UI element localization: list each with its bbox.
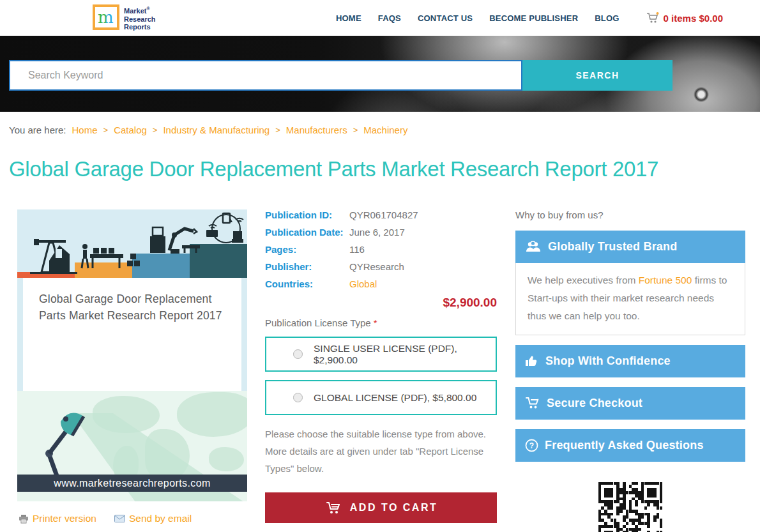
email-icon (114, 515, 125, 522)
hero-banner: SEARCH (0, 36, 760, 112)
detail-row-pages: Pages: 116 (265, 244, 497, 255)
breadcrumb-prefix: You are here: (9, 125, 66, 135)
price: $2,900.00 (265, 296, 497, 310)
nav-home[interactable]: HOME (336, 13, 361, 23)
cover-title-band: Global Garage Door Replacement Parts Mar… (17, 278, 247, 391)
add-to-cart-cart-icon (324, 500, 342, 515)
purchase-column: Publication ID: QYR061704827 Publication… (265, 209, 497, 523)
publication-id-value: QYR061704827 (349, 209, 418, 220)
faq-title: Frequently Asked Questions (545, 439, 704, 452)
cover-title-line2: Parts Market Research Report 2017 (39, 307, 241, 324)
top-bar: m Market® Research Reports HOME FAQS CON… (0, 0, 760, 36)
license-option-single-user[interactable]: SINGLE USER LICENSE (PDF), $2,900.00 (265, 337, 497, 372)
header-cart[interactable]: 0 items $0.00 (646, 11, 723, 24)
printer-icon (19, 514, 29, 524)
cart-icon (646, 11, 660, 24)
question-circle-icon: ? (525, 439, 538, 452)
publication-date-value: June 6, 2017 (349, 227, 405, 238)
search-bar: SEARCH (9, 60, 673, 91)
site-logo[interactable]: m Market® Research Reports (93, 4, 156, 31)
detail-label: Publisher: (265, 261, 349, 272)
detail-label: Countries: (265, 278, 349, 289)
license-option-global[interactable]: GLOBAL LICENSE (PDF), $5,800.00 (265, 380, 497, 415)
page-title: Global Garage Door Replacement Parts Mar… (9, 157, 751, 181)
breadcrumb: You are here: Home > Catalog > Industry … (9, 125, 760, 135)
why-buy-sidebar: Why to buy from us? Globally Trusted Bra… (515, 209, 745, 532)
license-option-label: SINGLE USER LICENSE (PDF), $2,900.00 (314, 343, 496, 366)
nav-faqs[interactable]: FAQS (378, 13, 401, 23)
breadcrumb-separator: > (353, 125, 358, 135)
product-cover-image[interactable]: Global Garage Door Replacement Parts Mar… (17, 209, 247, 501)
main-nav: HOME FAQS CONTACT US BECOME PUBLISHER BL… (336, 13, 619, 23)
faq-box[interactable]: ? Frequently Asked Questions (515, 429, 745, 462)
users-icon (525, 241, 542, 254)
detail-label: Publication ID: (265, 209, 349, 220)
countries-value-link[interactable]: Global (349, 278, 377, 289)
detail-label: Pages: (265, 244, 349, 255)
cover-title-line1: Global Garage Door Replacement (39, 291, 241, 307)
printer-version-link[interactable]: Printer version (19, 513, 96, 524)
breadcrumb-manufacturers[interactable]: Manufacturers (286, 125, 347, 135)
breadcrumb-separator: > (153, 125, 158, 135)
license-note: Please choose the suitable license type … (265, 425, 497, 477)
detail-row-publication-date: Publication Date: June 6, 2017 (265, 227, 497, 238)
cart-count: 0 items $0.00 (664, 13, 723, 24)
globally-trusted-brand-title: Globally Trusted Brand (548, 240, 677, 254)
cover-website-bar: www.marketresearchreports.com (17, 475, 247, 492)
product-column: Global Garage Door Replacement Parts Mar… (17, 209, 247, 524)
add-to-cart-label: ADD TO CART (350, 502, 437, 513)
detail-row-countries: Countries: Global (265, 278, 497, 289)
cover-map-section: www.marketresearchreports.com (17, 391, 247, 501)
fortune-500-link[interactable]: Fortune 500 (639, 275, 692, 285)
nav-blog[interactable]: BLOG (595, 13, 619, 23)
svg-text:m: m (98, 8, 114, 27)
radio-global[interactable] (293, 393, 303, 402)
globally-trusted-brand-header[interactable]: Globally Trusted Brand (515, 231, 745, 263)
shop-with-confidence-title: Shop With Confidence (545, 354, 671, 368)
detail-row-publication-id: Publication ID: QYR061704827 (265, 209, 497, 220)
search-input[interactable] (9, 60, 522, 91)
license-option-label: GLOBAL LICENSE (PDF), $5,800.00 (314, 392, 476, 404)
breadcrumb-separator: > (103, 125, 109, 135)
breadcrumb-catalog[interactable]: Catalog (114, 125, 147, 135)
main-content: Global Garage Door Replacement Parts Mar… (0, 209, 760, 532)
required-asterisk: * (374, 317, 377, 328)
detail-label: Publication Date: (265, 227, 349, 238)
svg-text:?: ? (529, 441, 534, 450)
map-blob (177, 392, 247, 437)
shop-with-confidence-box[interactable]: Shop With Confidence (515, 345, 745, 377)
globally-trusted-brand-body: We help executives from Fortune 500 firm… (515, 263, 745, 335)
logo-text: Market® Research Reports (124, 4, 156, 31)
secure-cart-icon (525, 397, 540, 409)
thumbs-up-icon (525, 354, 539, 367)
search-button[interactable]: SEARCH (522, 60, 673, 91)
send-by-email-label: Send by email (129, 513, 192, 524)
breadcrumb-home[interactable]: Home (72, 125, 98, 135)
send-by-email-link[interactable]: Send by email (114, 513, 192, 524)
breadcrumb-machinery[interactable]: Machinery (363, 125, 407, 135)
breadcrumb-industry-manufacturing[interactable]: Industry & Manufacturing (163, 125, 270, 135)
license-type-label: Publication License Type * (265, 317, 497, 328)
detail-row-publisher: Publisher: QYResearch (265, 261, 497, 272)
secure-checkout-title: Secure Checkout (547, 397, 642, 410)
nav-contact-us[interactable]: CONTACT US (418, 13, 473, 23)
logo-m-icon: m (93, 4, 119, 30)
radio-single-user[interactable] (293, 349, 303, 359)
map-blob (209, 447, 244, 471)
qr-code (598, 482, 663, 532)
add-to-cart-button[interactable]: ADD TO CART (265, 492, 497, 523)
secure-checkout-box[interactable]: Secure Checkout (515, 387, 745, 420)
cover-website-url: www.marketresearchreports.com (54, 478, 210, 489)
nav-become-publisher[interactable]: BECOME PUBLISHER (489, 13, 578, 23)
publisher-value: QYResearch (349, 261, 404, 272)
printer-version-label: Printer version (33, 513, 96, 524)
cover-illustration (17, 209, 247, 278)
product-action-links: Printer version Send by email (19, 513, 247, 524)
industry-icons (17, 209, 247, 278)
pages-value: 116 (349, 244, 365, 255)
breadcrumb-separator: > (275, 125, 280, 135)
why-buy-heading: Why to buy from us? (515, 209, 745, 220)
